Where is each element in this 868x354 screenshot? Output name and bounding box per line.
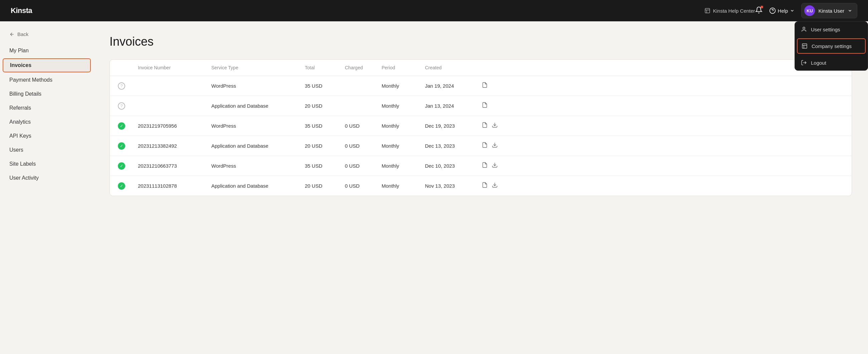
status-icon: ✓ [118, 162, 138, 170]
help-circle-icon [769, 7, 776, 14]
created: Jan 19, 2024 [425, 83, 482, 88]
download-invoice-icon[interactable] [492, 162, 498, 170]
total: 35 USD [305, 123, 345, 129]
sidebar: Back My Plan Invoices Payment Methods Bi… [0, 21, 93, 354]
table-row: ? Application and Database 20 USD Monthl… [110, 96, 851, 116]
help-center-label: Kinsta Help Center [713, 8, 755, 14]
action-icons [482, 122, 515, 130]
action-icons [482, 102, 515, 110]
help-center-link[interactable]: Kinsta Help Center [705, 8, 755, 14]
created: Dec 19, 2023 [425, 123, 482, 129]
sidebar-item-user-activity[interactable]: User Activity [0, 171, 93, 185]
paid-icon: ✓ [118, 122, 125, 130]
user-settings-label: User settings [811, 27, 840, 32]
company-settings-item[interactable]: Company settings [797, 38, 866, 54]
status-icon: ? [118, 102, 138, 110]
view-invoice-icon[interactable] [482, 162, 488, 170]
period: Monthly [381, 143, 425, 149]
user-settings-item[interactable]: User settings [795, 22, 868, 37]
user-dropdown-menu: User settings Company settings Logout [795, 21, 868, 71]
service-type: WordPress [211, 83, 305, 88]
building-icon [802, 43, 808, 49]
topnav-right: Help KU Kinsta User [755, 3, 857, 18]
svg-rect-4 [802, 44, 807, 48]
invoice-number: 20231113102878 [138, 183, 211, 189]
action-icons [482, 162, 515, 170]
created: Dec 10, 2023 [425, 163, 482, 169]
total: 35 USD [305, 163, 345, 169]
service-type: WordPress [211, 163, 305, 169]
download-invoice-icon[interactable] [492, 122, 498, 130]
action-icons [482, 182, 515, 190]
paid-icon: ✓ [118, 162, 125, 170]
status-icon: ✓ [118, 142, 138, 150]
status-icon: ✓ [118, 182, 138, 190]
period: Monthly [381, 83, 425, 88]
col-total: Total [305, 65, 345, 70]
charged: 0 USD [345, 143, 381, 149]
created: Dec 13, 2023 [425, 143, 482, 149]
charged: 0 USD [345, 123, 381, 129]
avatar: KU [804, 5, 815, 16]
service-type: Application and Database [211, 183, 305, 189]
status-icon: ? [118, 82, 138, 90]
notification-dot [761, 6, 763, 8]
download-invoice-icon[interactable] [492, 182, 498, 190]
view-invoice-icon[interactable] [482, 142, 488, 150]
period: Monthly [381, 163, 425, 169]
logout-icon [801, 60, 807, 66]
period: Monthly [381, 103, 425, 109]
table-row: ✓ 20231219705956 WordPress 35 USD 0 USD … [110, 116, 851, 136]
svg-rect-0 [705, 8, 710, 13]
back-button[interactable]: Back [0, 28, 93, 40]
total: 35 USD [305, 83, 345, 88]
col-created: Created [425, 65, 482, 70]
sidebar-item-invoices[interactable]: Invoices [3, 58, 91, 72]
created: Jan 13, 2024 [425, 103, 482, 109]
charged: 0 USD [345, 183, 381, 189]
total: 20 USD [305, 143, 345, 149]
col-service-type: Service Type [211, 65, 305, 70]
paid-icon: ✓ [118, 182, 125, 190]
table-row: ✓ 20231210663773 WordPress 35 USD 0 USD … [110, 156, 851, 176]
sidebar-item-site-labels[interactable]: Site Labels [0, 157, 93, 171]
action-icons [482, 82, 515, 90]
sidebar-item-analytics[interactable]: Analytics [0, 115, 93, 129]
main-content: Invoices Invoice Number Service Type Tot… [93, 21, 868, 354]
view-invoice-icon[interactable] [482, 82, 488, 90]
view-invoice-icon[interactable] [482, 182, 488, 190]
invoice-number: 20231213382492 [138, 143, 211, 149]
help-center-icon [705, 8, 710, 14]
user-icon [801, 26, 807, 32]
total: 20 USD [305, 183, 345, 189]
help-chevron-icon [790, 8, 795, 13]
table-row: ✓ 20231213382492 Application and Databas… [110, 136, 851, 156]
service-type: WordPress [211, 123, 305, 129]
sidebar-item-my-plan[interactable]: My Plan [0, 44, 93, 58]
view-invoice-icon[interactable] [482, 102, 488, 110]
notifications-button[interactable] [755, 6, 763, 15]
invoice-number: 20231219705956 [138, 123, 211, 129]
sidebar-item-billing-details[interactable]: Billing Details [0, 87, 93, 101]
sidebar-item-referrals[interactable]: Referrals [0, 101, 93, 115]
user-name-label: Kinsta User [818, 8, 844, 14]
pending-icon: ? [118, 102, 125, 110]
created: Nov 13, 2023 [425, 183, 482, 189]
download-invoice-icon[interactable] [492, 142, 498, 150]
back-arrow-icon [9, 32, 15, 37]
logout-item[interactable]: Logout [795, 55, 868, 70]
period: Monthly [381, 183, 425, 189]
user-menu-button[interactable]: KU Kinsta User [801, 3, 857, 18]
back-label: Back [18, 31, 28, 37]
paid-icon: ✓ [118, 142, 125, 150]
help-label: Help [778, 8, 788, 14]
action-icons [482, 142, 515, 150]
service-type: Application and Database [211, 143, 305, 149]
help-button[interactable]: Help [769, 7, 795, 14]
service-type: Application and Database [211, 103, 305, 109]
view-invoice-icon[interactable] [482, 122, 488, 130]
col-period: Period [381, 65, 425, 70]
sidebar-item-payment-methods[interactable]: Payment Methods [0, 73, 93, 87]
sidebar-item-api-keys[interactable]: API Keys [0, 129, 93, 143]
sidebar-item-users[interactable]: Users [0, 143, 93, 157]
